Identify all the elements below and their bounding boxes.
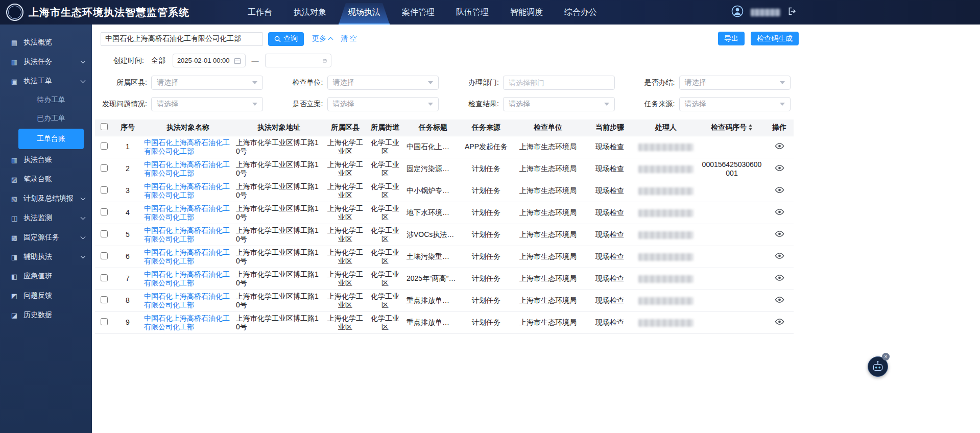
row-index: 8 (113, 290, 142, 311)
view-detail-eye-icon[interactable] (775, 230, 784, 237)
top-nav-item[interactable]: 现场执法 (339, 0, 390, 25)
sidebar-item-label: 执法任务 (23, 57, 52, 66)
top-nav-item[interactable]: 智能调度 (501, 0, 552, 25)
check-result-select[interactable]: 请选择 (503, 97, 615, 111)
chevron-up-icon (328, 37, 333, 42)
sidebar-item[interactable]: ▦执法任务 (0, 52, 92, 71)
col-header-current-step: 当前步骤 (586, 119, 633, 136)
assistant-robot-button[interactable]: × (868, 356, 888, 377)
assistant-close-button[interactable]: × (882, 353, 890, 360)
row-checkbox[interactable] (101, 318, 108, 325)
row-checkbox[interactable] (101, 274, 108, 281)
problem-select[interactable]: 请选择 (151, 97, 263, 111)
row-index: 2 (113, 158, 142, 180)
street-cell: 化学工业区 (367, 290, 403, 311)
view-detail-eye-icon[interactable] (775, 142, 784, 150)
view-detail-eye-icon[interactable] (775, 274, 784, 281)
view-detail-eye-icon[interactable] (775, 208, 784, 215)
sidebar-item[interactable]: ◪历史数据 (0, 305, 92, 325)
row-checkbox[interactable] (101, 186, 108, 194)
top-nav-item[interactable]: 执法对象 (284, 0, 336, 25)
view-detail-eye-icon[interactable] (775, 252, 784, 259)
row-checkbox[interactable] (101, 252, 108, 259)
enforcement-object-link[interactable]: 中国石化上海高桥石油化工有限公司化工部 (144, 314, 230, 331)
check-unit-select[interactable]: 请选择 (327, 76, 439, 90)
check-unit-cell: 上海市生态环境局 (510, 224, 586, 246)
sidebar-subitem[interactable]: 工单台账 (18, 129, 84, 149)
dropdown-arrow-icon (252, 103, 257, 106)
sidebar-item[interactable]: ◩问题反馈 (0, 286, 92, 305)
top-nav-item[interactable]: 队伍管理 (447, 0, 498, 25)
sidebar-item[interactable]: ◨辅助执法 (0, 247, 92, 267)
sidebar-item[interactable]: ▣执法工单 (0, 71, 92, 91)
handler-redacted (638, 275, 694, 283)
col-header-handler: 处理人 (633, 119, 699, 136)
row-checkbox[interactable] (101, 142, 108, 150)
sort-icon[interactable] (748, 124, 753, 132)
view-detail-eye-icon[interactable] (775, 318, 784, 325)
table-row: 8 中国石化上海高桥石油化工有限公司化工部 上海市化学工业区博工路10号 上海化… (95, 290, 794, 311)
district-select[interactable]: 请选择 (151, 76, 263, 90)
view-detail-eye-icon[interactable] (775, 296, 784, 303)
task-title-cell: 重点排放单… (403, 311, 463, 333)
is-filed-select[interactable]: 请选择 (327, 97, 439, 111)
enforcement-object-link[interactable]: 中国石化上海高桥石油化工有限公司化工部 (144, 226, 230, 243)
row-checkbox[interactable] (101, 230, 108, 237)
sidebar-item[interactable]: ◧应急值班 (0, 267, 92, 286)
user-area (731, 5, 801, 19)
department-input[interactable] (503, 76, 615, 90)
enforcement-object-link[interactable]: 中国石化上海高桥石油化工有限公司化工部 (144, 248, 230, 265)
start-time-input[interactable]: 2025-02-01 00:00 (173, 54, 246, 67)
object-address-cell: 上海市化学工业区博工路10号 (234, 136, 324, 158)
top-nav-item[interactable]: 综合办公 (555, 0, 606, 25)
is-done-select[interactable]: 请选择 (679, 76, 791, 90)
view-detail-eye-icon[interactable] (775, 164, 784, 172)
row-checkbox[interactable] (101, 296, 108, 303)
enforcement-object-link[interactable]: 中国石化上海高桥石油化工有限公司化工部 (144, 182, 230, 199)
enforcement-object-link[interactable]: 中国石化上海高桥石油化工有限公司化工部 (144, 160, 230, 177)
row-checkbox[interactable] (101, 164, 108, 172)
sidebar-subitem[interactable]: 待办工单 (0, 91, 92, 109)
sidebar-item[interactable]: ▧计划及总结填报 (0, 189, 92, 208)
street-cell: 化学工业区 (367, 311, 403, 333)
app-title: 上海市生态环境执法智慧监管系统 (29, 6, 189, 19)
enforcement-object-link[interactable]: 中国石化上海高桥石油化工有限公司化工部 (144, 292, 230, 309)
search-input[interactable] (101, 32, 263, 46)
more-filters-toggle[interactable]: 更多 (312, 34, 332, 43)
enforcement-object-link[interactable]: 中国石化上海高桥石油化工有限公司化工部 (144, 138, 230, 155)
sidebar-item[interactable]: ▤执法概览 (0, 33, 92, 52)
dropdown-arrow-icon (780, 103, 785, 106)
sidebar: ▤执法概览▦执法任务▣执法工单待办工单已办工单工单台账▥执法台账▨笔录台账▧计划… (0, 25, 92, 433)
assist-icon: ◨ (10, 253, 18, 261)
task-source-select[interactable]: 请选择 (679, 97, 791, 111)
object-address-cell: 上海市化学工业区博工路10号 (234, 268, 324, 290)
row-index: 4 (113, 202, 142, 224)
create-time-all-toggle[interactable]: 全部 (151, 56, 165, 65)
top-nav-item[interactable]: 案件管理 (393, 0, 444, 25)
select-all-checkbox[interactable] (101, 123, 108, 130)
row-index: 1 (113, 136, 142, 158)
export-button[interactable]: 导出 (718, 32, 745, 45)
chevron-down-icon (81, 215, 86, 220)
task-source-cell: 计划任务 (463, 158, 510, 180)
user-avatar-icon[interactable] (731, 5, 744, 19)
sidebar-item[interactable]: ▥执法台账 (0, 150, 92, 170)
view-detail-eye-icon[interactable] (775, 186, 784, 194)
current-step-cell: 现场检查 (586, 311, 633, 333)
end-time-input[interactable] (265, 54, 331, 67)
sidebar-item[interactable]: ◫执法监测 (0, 208, 92, 228)
check-code-generate-button[interactable]: 检查码生成 (751, 32, 799, 45)
logout-icon[interactable] (787, 7, 798, 18)
col-header-street: 所属街道 (367, 119, 403, 136)
sidebar-item[interactable]: ▩固定源任务 (0, 228, 92, 247)
query-button[interactable]: 查询 (268, 32, 304, 46)
enforcement-object-link[interactable]: 中国石化上海高桥石油化工有限公司化工部 (144, 270, 230, 287)
clear-filters-link[interactable]: 清 空 (341, 34, 357, 43)
sidebar-subitem[interactable]: 已办工单 (0, 109, 92, 128)
handler-redacted (638, 143, 694, 151)
sidebar-item[interactable]: ▨笔录台账 (0, 170, 92, 189)
row-checkbox[interactable] (101, 208, 108, 215)
enforcement-object-link[interactable]: 中国石化上海高桥石油化工有限公司化工部 (144, 204, 230, 221)
sidebar-item-label: 执法工单 (23, 77, 52, 86)
top-nav-item[interactable]: 工作台 (238, 0, 281, 25)
